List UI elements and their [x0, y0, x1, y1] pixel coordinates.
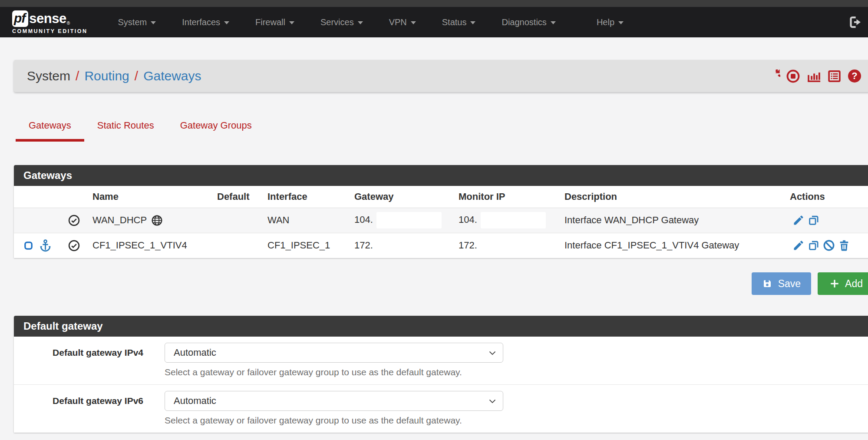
svg-text:?: ?	[851, 70, 857, 81]
col-default: Default	[217, 186, 267, 208]
add-button-label: Add	[845, 278, 863, 290]
edit-icon[interactable]	[792, 239, 805, 251]
breadcrumb-gateways-link[interactable]: Gateways	[143, 69, 201, 83]
chevron-down-icon	[489, 399, 496, 404]
default-cell	[217, 233, 267, 258]
menu-item-services[interactable]: Services	[307, 7, 376, 37]
default-cell	[217, 208, 267, 233]
menu-item-help[interactable]: Help	[584, 7, 637, 37]
chevron-down-icon	[411, 21, 416, 24]
plus-icon	[830, 279, 839, 288]
col-gateway: Gateway	[354, 186, 459, 208]
menu-item-label: Diagnostics	[502, 17, 546, 27]
table-header-row: Name Default Interface Gateway Monitor I…	[14, 186, 868, 208]
sign-out-button[interactable]	[849, 16, 862, 29]
menu-item-interfaces[interactable]: Interfaces	[169, 7, 242, 37]
breadcrumb-separator: /	[135, 69, 138, 83]
main-menu: System Interfaces Firewall Services VPN …	[105, 7, 637, 37]
disable-icon[interactable]	[823, 239, 835, 251]
pfsense-logo[interactable]: pf sense ® COMMUNITY EDITION	[12, 10, 88, 34]
logo-pf: pf	[12, 10, 28, 27]
add-button[interactable]: Add	[818, 272, 868, 295]
chevron-down-icon	[358, 21, 363, 24]
tab-gateway-groups[interactable]: Gateway Groups	[167, 120, 265, 142]
default-gateway-ipv4-row: Default gateway IPv4 Automatic Select a …	[14, 337, 868, 384]
default-gateway-ipv6-select[interactable]: Automatic	[165, 391, 503, 411]
breadcrumb: System / Routing / Gateways	[27, 69, 201, 83]
window-chrome-strip	[0, 0, 868, 7]
gateway-cell: 172.	[354, 233, 459, 258]
chevron-down-icon	[470, 21, 475, 24]
refresh-icon[interactable]	[767, 69, 780, 83]
tab-label: Static Routes	[97, 120, 154, 131]
help-icon[interactable]: ?	[847, 69, 862, 83]
gateway-ip: 172.	[354, 240, 373, 251]
menu-item-firewall[interactable]: Firewall	[242, 7, 307, 37]
select-cell	[14, 233, 65, 258]
gateway-cell: 104.	[354, 208, 459, 233]
edit-icon[interactable]	[792, 214, 805, 226]
col-status	[65, 186, 92, 208]
logo-wordmark: pf sense ®	[12, 10, 88, 27]
save-button[interactable]: Save	[752, 272, 811, 295]
checkbox-icon[interactable]	[23, 241, 33, 251]
chevron-down-icon	[151, 21, 156, 24]
col-interface: Interface	[267, 186, 354, 208]
tab-gateways[interactable]: Gateways	[16, 120, 84, 142]
gateways-panel-title: Gateways	[14, 165, 868, 186]
description-cell: Interface CF1_IPSEC_1_VTIV4 Gateway	[564, 233, 790, 258]
col-name: Name	[92, 186, 217, 208]
copy-icon[interactable]	[808, 239, 820, 251]
col-actions: Actions	[790, 186, 868, 208]
chevron-down-icon	[224, 21, 229, 24]
menu-item-label: Interfaces	[182, 17, 220, 27]
status-cell	[65, 233, 92, 258]
col-description: Description	[564, 186, 790, 208]
stop-refresh-icon[interactable]	[786, 69, 800, 83]
gateway-online-icon	[68, 239, 80, 252]
actions-cell	[790, 208, 868, 233]
top-navbar: pf sense ® COMMUNITY EDITION System Inte…	[0, 7, 868, 37]
selected-option: Automatic	[174, 347, 216, 358]
gateway-ip: 104.	[354, 214, 373, 225]
menu-item-system[interactable]: System	[105, 7, 169, 37]
logo-subtitle: COMMUNITY EDITION	[12, 28, 88, 34]
default-gateway-ipv6-label: Default gateway IPv6	[14, 391, 165, 426]
chevron-down-icon	[551, 21, 556, 24]
menu-item-status[interactable]: Status	[429, 7, 489, 37]
pfsense-app: pf sense ® COMMUNITY EDITION System Inte…	[0, 0, 868, 433]
chevron-down-icon	[289, 21, 294, 24]
menu-item-diagnostics[interactable]: Diagnostics	[488, 7, 568, 37]
redacted-ip	[481, 212, 546, 228]
status-cell	[65, 208, 92, 233]
menu-item-vpn[interactable]: VPN	[376, 7, 429, 37]
delete-icon[interactable]	[838, 239, 850, 251]
default-gateway-panel: Default gateway Default gateway IPv4 Aut…	[14, 316, 868, 433]
breadcrumb-routing-link[interactable]: Routing	[84, 69, 129, 83]
default-gateway-ipv4-control: Automatic Select a gateway or failover g…	[165, 343, 503, 377]
default-gateway-globe-icon	[151, 215, 163, 226]
monitoring-icon[interactable]	[806, 69, 822, 83]
default-gateway-ipv6-control: Automatic Select a gateway or failover g…	[165, 391, 503, 426]
table-buttons: Save Add	[0, 272, 868, 295]
col-select	[14, 186, 65, 208]
logo-registered-mark: ®	[67, 21, 70, 26]
default-gateway-ipv4-label: Default gateway IPv4	[14, 343, 165, 377]
menu-item-label: Status	[442, 17, 467, 27]
description-cell: Interface WAN_DHCP Gateway	[564, 208, 790, 233]
anchor-icon[interactable]	[39, 239, 52, 252]
log-icon[interactable]	[827, 69, 842, 83]
select-cell	[14, 208, 65, 233]
copy-icon[interactable]	[808, 214, 820, 226]
default-gateway-ipv4-select[interactable]: Automatic	[165, 343, 503, 363]
tab-static-routes[interactable]: Static Routes	[84, 120, 167, 142]
monitor-ip: 104.	[459, 214, 477, 225]
logo-sense: sense	[29, 11, 66, 26]
menu-item-label: System	[118, 17, 147, 27]
gateway-name: WAN_DHCP	[92, 215, 147, 226]
monitor-ip-cell: 172.	[459, 233, 564, 258]
name-cell: CF1_IPSEC_1_VTIV4	[92, 233, 217, 258]
default-gateway-panel-title: Default gateway	[14, 316, 868, 337]
gateway-name: CF1_IPSEC_1_VTIV4	[92, 240, 187, 251]
name-cell: WAN_DHCP	[92, 208, 217, 233]
